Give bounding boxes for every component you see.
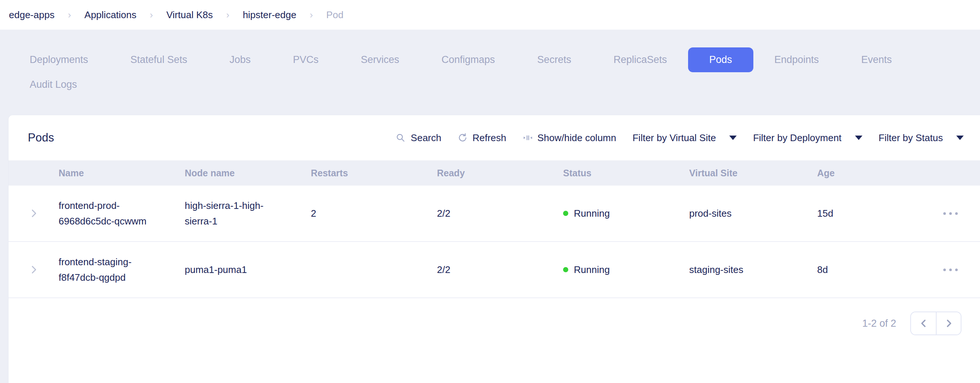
cell-virtual-site: prod-sites: [689, 185, 817, 241]
cell-virtual-site: staging-sites: [689, 242, 817, 298]
ellipsis-icon: [949, 269, 952, 271]
page-title: Pods: [28, 131, 54, 144]
breadcrumb-separator-icon: ›: [310, 9, 313, 21]
cell-status: Running: [563, 185, 689, 241]
filter-status-dropdown[interactable]: Filter by Status: [879, 132, 964, 144]
column-header-ready: Ready: [437, 160, 563, 185]
column-header-virtual-site: Virtual Site: [689, 160, 817, 185]
filter-status-label: Filter by Status: [879, 132, 943, 144]
cell-restarts: 2: [311, 185, 437, 241]
ellipsis-icon: [955, 269, 958, 271]
cell-node-name: puma1-puma1: [185, 242, 311, 298]
filter-virtual-site-label: Filter by Virtual Site: [632, 132, 716, 144]
cell-restarts: [311, 242, 437, 298]
cell-age: 8d: [817, 242, 921, 298]
pods-panel: Pods Search Refresh: [8, 115, 980, 383]
next-page-button[interactable]: [936, 312, 961, 334]
table-row: frontend-prod-6968d6c5dc-qcwwm high-sier…: [8, 185, 980, 242]
previous-page-button[interactable]: [911, 312, 936, 334]
tab-endpoints[interactable]: Endpoints: [753, 47, 840, 72]
panel-header: Pods Search Refresh: [8, 115, 980, 160]
cell-status: Running: [563, 242, 689, 298]
column-header-actions: [921, 160, 980, 185]
k8s-resource-tabs: Deployments Stateful Sets Jobs PVCs Serv…: [0, 30, 980, 115]
pagination: 1-2 of 2: [8, 312, 980, 335]
tab-jobs[interactable]: Jobs: [208, 47, 272, 72]
column-header-age: Age: [817, 160, 921, 185]
breadcrumb-separator-icon: ›: [150, 9, 153, 21]
cell-pod-name: frontend-staging-f8f47dcb-qgdpd: [59, 242, 185, 298]
filter-deployment-label: Filter by Deployment: [753, 132, 841, 144]
chevron-right-icon: [28, 264, 39, 275]
chevron-down-icon: [855, 136, 862, 140]
filter-virtual-site-dropdown[interactable]: Filter by Virtual Site: [632, 132, 737, 144]
cell-node-name: high-sierra-1-high-sierra-1: [185, 185, 311, 241]
filter-deployment-dropdown[interactable]: Filter by Deployment: [753, 132, 862, 144]
column-header-status: Status: [563, 160, 689, 185]
row-expand-button[interactable]: [8, 242, 59, 298]
chevron-down-icon: [956, 136, 964, 140]
table-header-row: Name Node name Restarts Ready Status Vir…: [8, 160, 980, 185]
chevron-right-icon: [943, 318, 954, 329]
show-hide-column-icon: [523, 133, 532, 142]
row-actions-menu-button[interactable]: [921, 185, 980, 241]
status-running-dot: [563, 211, 568, 216]
column-header-name: Name: [59, 160, 185, 185]
refresh-label: Refresh: [473, 132, 506, 144]
tab-pods[interactable]: Pods: [688, 47, 753, 72]
breadcrumb-current-page: Pod: [326, 9, 344, 21]
refresh-icon: [458, 133, 468, 142]
ellipsis-icon: [949, 212, 952, 215]
search-button[interactable]: Search: [396, 132, 441, 144]
breadcrumb-item-virtual-k8s[interactable]: Virtual K8s: [166, 9, 213, 21]
cell-age: 15d: [817, 185, 921, 241]
tab-pvcs[interactable]: PVCs: [272, 47, 340, 72]
tab-audit-logs[interactable]: Audit Logs: [8, 72, 98, 97]
show-hide-column-label: Show/hide column: [538, 132, 616, 144]
tab-configmaps[interactable]: Configmaps: [420, 47, 516, 72]
pagination-buttons: [910, 312, 961, 335]
chevron-left-icon: [918, 318, 929, 329]
status-running-dot: [563, 267, 568, 272]
breadcrumb-separator-icon: ›: [68, 9, 71, 21]
tab-services[interactable]: Services: [340, 47, 421, 72]
ellipsis-icon: [955, 212, 958, 215]
table-row: frontend-staging-f8f47dcb-qgdpd puma1-pu…: [8, 242, 980, 298]
column-header-node-name: Node name: [185, 160, 311, 185]
cell-ready: 2/2: [437, 242, 563, 298]
breadcrumb: edge-apps › Applications › Virtual K8s ›…: [0, 0, 980, 30]
show-hide-column-button[interactable]: Show/hide column: [523, 132, 616, 144]
pagination-range-label: 1-2 of 2: [862, 318, 896, 329]
status-label: Running: [574, 262, 610, 277]
tab-deployments[interactable]: Deployments: [8, 47, 110, 72]
breadcrumb-item-hipster-edge[interactable]: hipster-edge: [243, 9, 296, 21]
tab-events[interactable]: Events: [840, 47, 913, 72]
status-label: Running: [574, 206, 610, 221]
chevron-right-icon: [28, 208, 39, 219]
search-icon: [396, 133, 406, 142]
tab-replicasets[interactable]: ReplicaSets: [592, 47, 688, 72]
breadcrumb-item-applications[interactable]: Applications: [84, 9, 137, 21]
tab-stateful-sets[interactable]: Stateful Sets: [110, 47, 208, 72]
ellipsis-icon: [943, 269, 946, 271]
cell-pod-name: frontend-prod-6968d6c5dc-qcwwm: [59, 185, 185, 241]
refresh-button[interactable]: Refresh: [458, 132, 506, 144]
table-toolbar: Search Refresh Show/hide column: [396, 132, 964, 144]
search-label: Search: [410, 132, 441, 144]
breadcrumb-item-edge-apps[interactable]: edge-apps: [9, 9, 54, 21]
breadcrumb-separator-icon: ›: [226, 9, 230, 21]
ellipsis-icon: [943, 212, 946, 215]
column-header-restarts: Restarts: [311, 160, 437, 185]
column-expander: [8, 160, 59, 185]
cell-ready: 2/2: [437, 185, 563, 241]
row-expand-button[interactable]: [8, 185, 59, 241]
chevron-down-icon: [729, 136, 737, 140]
tab-secrets[interactable]: Secrets: [516, 47, 592, 72]
row-actions-menu-button[interactable]: [921, 242, 980, 298]
